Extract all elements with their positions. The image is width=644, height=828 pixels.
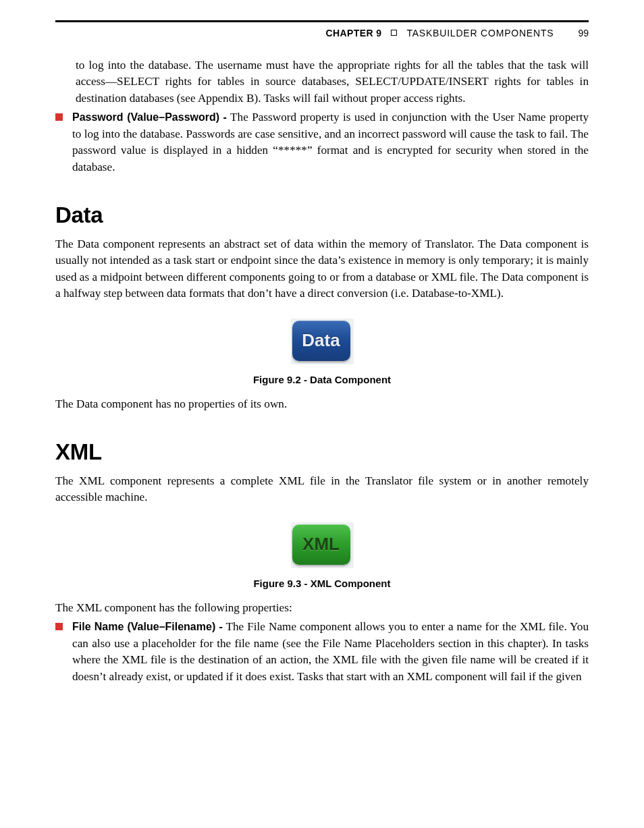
running-header: CHAPTER 9 TASKBUILDER COMPONENTS 99	[55, 28, 589, 38]
intro-continuation: to log into the database. The username m…	[76, 57, 589, 107]
xml-component-icon: XML	[292, 524, 350, 565]
figure-xml-component: XML Figure 9.3 - XML Component	[55, 522, 589, 589]
chapter-label: CHAPTER 9	[325, 28, 381, 38]
list-item: Password (Value–Password) - The Password…	[55, 109, 589, 175]
data-component-icon: Data	[292, 321, 350, 361]
filename-property: File Name (Value–Filename) - The File Na…	[72, 619, 589, 685]
bullet-square-icon	[55, 623, 63, 630]
data-para1: The Data component represents an abstrac…	[55, 236, 589, 302]
list-item: File Name (Value–Filename) - The File Na…	[55, 619, 589, 685]
figure-caption: Figure 9.3 - XML Component	[253, 578, 390, 589]
section-heading-data: Data	[55, 202, 589, 228]
section-heading-xml: XML	[55, 439, 589, 465]
bullet-square-icon	[55, 113, 63, 121]
figure-frame: XML	[291, 522, 354, 568]
property-name: Password (Value–Password) -	[72, 111, 227, 123]
xml-para2: The XML component has the following prop…	[55, 600, 589, 616]
figure-data-component: Data Figure 9.2 - Data Component	[55, 319, 589, 385]
xml-para1: The XML component represents a complete …	[55, 473, 589, 506]
property-name: File Name (Value–Filename) -	[72, 621, 223, 632]
figure-caption: Figure 9.2 - Data Component	[253, 374, 391, 385]
page-number: 99	[578, 28, 589, 38]
data-para2: The Data component has no properties of …	[55, 396, 589, 412]
figure-frame: Data	[291, 319, 354, 364]
page-content: CHAPTER 9 TASKBUILDER COMPONENTS 99 to l…	[0, 0, 644, 712]
header-rule	[55, 20, 589, 22]
password-property: Password (Value–Password) - The Password…	[72, 109, 589, 175]
chapter-title: TASKBUILDER COMPONENTS	[406, 28, 554, 38]
square-icon	[391, 30, 397, 36]
